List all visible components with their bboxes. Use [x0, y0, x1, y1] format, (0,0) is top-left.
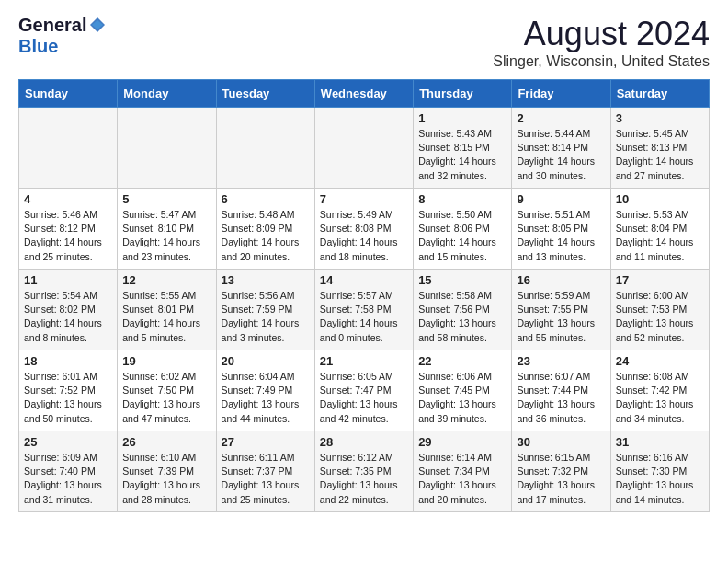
day-number: 31 [616, 435, 704, 449]
day-number: 29 [418, 435, 506, 449]
day-info: Sunrise: 6:07 AM Sunset: 7:44 PM Dayligh… [517, 370, 605, 426]
day-number: 26 [122, 435, 210, 449]
day-info: Sunrise: 5:44 AM Sunset: 8:14 PM Dayligh… [517, 127, 605, 183]
week-row-4: 18Sunrise: 6:01 AM Sunset: 7:52 PM Dayli… [19, 350, 710, 431]
day-info: Sunrise: 6:11 AM Sunset: 7:37 PM Dayligh… [222, 451, 310, 507]
day-info: Sunrise: 6:04 AM Sunset: 7:49 PM Dayligh… [222, 370, 310, 426]
day-info: Sunrise: 5:51 AM Sunset: 8:05 PM Dayligh… [517, 208, 605, 264]
day-number: 16 [517, 273, 605, 287]
day-info: Sunrise: 5:54 AM Sunset: 8:02 PM Dayligh… [24, 289, 112, 345]
day-info: Sunrise: 5:59 AM Sunset: 7:55 PM Dayligh… [517, 289, 605, 345]
calendar-cell [314, 108, 413, 189]
calendar-cell: 7Sunrise: 5:49 AM Sunset: 8:08 PM Daylig… [314, 189, 413, 270]
day-info: Sunrise: 6:01 AM Sunset: 7:52 PM Dayligh… [24, 370, 112, 426]
month-title: August 2024 [493, 15, 710, 53]
day-number: 10 [616, 192, 704, 206]
calendar-cell: 11Sunrise: 5:54 AM Sunset: 8:02 PM Dayli… [19, 270, 118, 350]
day-number: 17 [616, 273, 704, 287]
calendar-cell: 27Sunrise: 6:11 AM Sunset: 7:37 PM Dayli… [216, 431, 314, 512]
logo-general: General [18, 15, 86, 36]
day-number: 24 [616, 354, 704, 368]
day-info: Sunrise: 5:56 AM Sunset: 7:59 PM Dayligh… [222, 289, 310, 345]
calendar-cell: 26Sunrise: 6:10 AM Sunset: 7:39 PM Dayli… [118, 431, 216, 512]
day-info: Sunrise: 6:14 AM Sunset: 7:34 PM Dayligh… [418, 451, 506, 507]
calendar-cell: 30Sunrise: 6:15 AM Sunset: 7:32 PM Dayli… [512, 431, 610, 512]
calendar-cell: 2Sunrise: 5:44 AM Sunset: 8:14 PM Daylig… [512, 108, 610, 189]
day-info: Sunrise: 5:57 AM Sunset: 7:58 PM Dayligh… [320, 289, 408, 345]
title-area: August 2024 Slinger, Wisconsin, United S… [493, 15, 710, 70]
week-row-1: 1Sunrise: 5:43 AM Sunset: 8:15 PM Daylig… [19, 108, 710, 189]
calendar-cell: 31Sunrise: 6:16 AM Sunset: 7:30 PM Dayli… [610, 431, 709, 512]
day-info: Sunrise: 6:12 AM Sunset: 7:35 PM Dayligh… [320, 451, 408, 507]
week-row-5: 25Sunrise: 6:09 AM Sunset: 7:40 PM Dayli… [19, 431, 710, 512]
day-info: Sunrise: 5:47 AM Sunset: 8:10 PM Dayligh… [122, 208, 210, 264]
day-number: 23 [517, 354, 605, 368]
header-thursday: Thursday [414, 80, 512, 108]
day-number: 18 [24, 354, 112, 368]
calendar-cell: 21Sunrise: 6:05 AM Sunset: 7:47 PM Dayli… [314, 350, 413, 431]
page-header: General Blue August 2024 Slinger, Wiscon… [18, 15, 710, 70]
day-number: 27 [222, 435, 310, 449]
calendar-cell: 18Sunrise: 6:01 AM Sunset: 7:52 PM Dayli… [19, 350, 118, 431]
day-number: 28 [320, 435, 408, 449]
logo: General Blue [18, 15, 107, 57]
day-number: 3 [616, 111, 704, 125]
calendar-cell: 17Sunrise: 6:00 AM Sunset: 7:53 PM Dayli… [610, 270, 709, 350]
calendar-cell: 29Sunrise: 6:14 AM Sunset: 7:34 PM Dayli… [414, 431, 512, 512]
location-title: Slinger, Wisconsin, United States [493, 53, 710, 70]
calendar-cell [118, 108, 216, 189]
day-number: 20 [222, 354, 310, 368]
header-monday: Monday [118, 80, 216, 108]
day-number: 8 [418, 192, 506, 206]
calendar-cell: 25Sunrise: 6:09 AM Sunset: 7:40 PM Dayli… [19, 431, 118, 512]
calendar-cell: 19Sunrise: 6:02 AM Sunset: 7:50 PM Dayli… [118, 350, 216, 431]
calendar-cell: 14Sunrise: 5:57 AM Sunset: 7:58 PM Dayli… [314, 270, 413, 350]
calendar-cell: 3Sunrise: 5:45 AM Sunset: 8:13 PM Daylig… [610, 108, 709, 189]
day-info: Sunrise: 5:43 AM Sunset: 8:15 PM Dayligh… [418, 127, 506, 183]
day-number: 15 [418, 273, 506, 287]
day-info: Sunrise: 5:55 AM Sunset: 8:01 PM Dayligh… [122, 289, 210, 345]
logo-icon [88, 16, 107, 34]
day-number: 7 [320, 192, 408, 206]
day-info: Sunrise: 6:05 AM Sunset: 7:47 PM Dayligh… [320, 370, 408, 426]
day-info: Sunrise: 6:15 AM Sunset: 7:32 PM Dayligh… [517, 451, 605, 507]
day-number: 9 [517, 192, 605, 206]
day-number: 19 [122, 354, 210, 368]
day-number: 12 [122, 273, 210, 287]
calendar-cell: 24Sunrise: 6:08 AM Sunset: 7:42 PM Dayli… [610, 350, 709, 431]
calendar-cell: 12Sunrise: 5:55 AM Sunset: 8:01 PM Dayli… [118, 270, 216, 350]
logo-blue: Blue [18, 36, 58, 56]
calendar-cell: 16Sunrise: 5:59 AM Sunset: 7:55 PM Dayli… [512, 270, 610, 350]
calendar-cell: 4Sunrise: 5:46 AM Sunset: 8:12 PM Daylig… [19, 189, 118, 270]
day-info: Sunrise: 6:08 AM Sunset: 7:42 PM Dayligh… [616, 370, 704, 426]
calendar-cell: 8Sunrise: 5:50 AM Sunset: 8:06 PM Daylig… [414, 189, 512, 270]
header-wednesday: Wednesday [314, 80, 413, 108]
day-info: Sunrise: 6:09 AM Sunset: 7:40 PM Dayligh… [24, 451, 112, 507]
day-number: 30 [517, 435, 605, 449]
calendar-cell: 22Sunrise: 6:06 AM Sunset: 7:45 PM Dayli… [414, 350, 512, 431]
day-number: 21 [320, 354, 408, 368]
calendar-cell: 13Sunrise: 5:56 AM Sunset: 7:59 PM Dayli… [216, 270, 314, 350]
calendar-cell: 23Sunrise: 6:07 AM Sunset: 7:44 PM Dayli… [512, 350, 610, 431]
day-info: Sunrise: 6:10 AM Sunset: 7:39 PM Dayligh… [122, 451, 210, 507]
day-number: 4 [24, 192, 112, 206]
day-number: 5 [122, 192, 210, 206]
calendar-header-row: SundayMondayTuesdayWednesdayThursdayFrid… [19, 80, 710, 108]
week-row-3: 11Sunrise: 5:54 AM Sunset: 8:02 PM Dayli… [19, 270, 710, 350]
calendar-cell: 9Sunrise: 5:51 AM Sunset: 8:05 PM Daylig… [512, 189, 610, 270]
day-info: Sunrise: 5:45 AM Sunset: 8:13 PM Dayligh… [616, 127, 704, 183]
day-info: Sunrise: 5:46 AM Sunset: 8:12 PM Dayligh… [24, 208, 112, 264]
header-friday: Friday [512, 80, 610, 108]
day-number: 11 [24, 273, 112, 287]
day-info: Sunrise: 6:00 AM Sunset: 7:53 PM Dayligh… [616, 289, 704, 345]
calendar-cell: 15Sunrise: 5:58 AM Sunset: 7:56 PM Dayli… [414, 270, 512, 350]
calendar-table: SundayMondayTuesdayWednesdayThursdayFrid… [18, 79, 710, 512]
day-info: Sunrise: 5:48 AM Sunset: 8:09 PM Dayligh… [222, 208, 310, 264]
calendar-cell: 20Sunrise: 6:04 AM Sunset: 7:49 PM Dayli… [216, 350, 314, 431]
header-saturday: Saturday [610, 80, 709, 108]
day-number: 25 [24, 435, 112, 449]
calendar-cell: 5Sunrise: 5:47 AM Sunset: 8:10 PM Daylig… [118, 189, 216, 270]
calendar-cell: 1Sunrise: 5:43 AM Sunset: 8:15 PM Daylig… [414, 108, 512, 189]
day-info: Sunrise: 5:50 AM Sunset: 8:06 PM Dayligh… [418, 208, 506, 264]
day-number: 6 [222, 192, 310, 206]
